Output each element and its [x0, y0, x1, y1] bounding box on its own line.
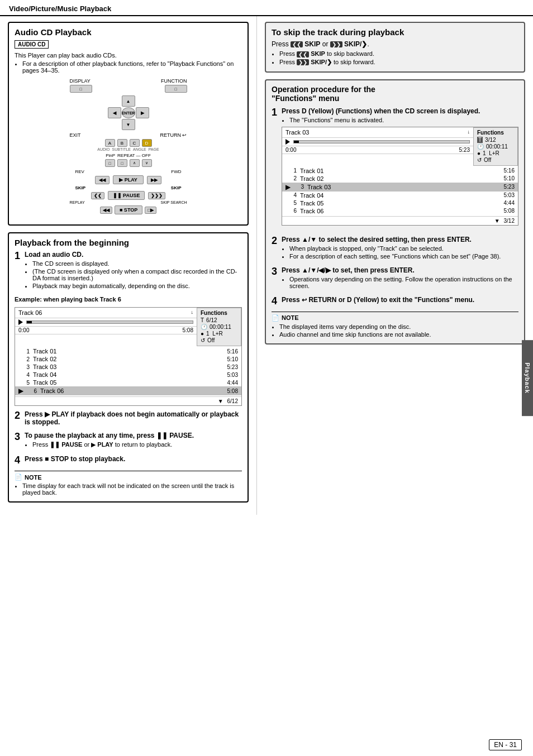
track-num-r2: 2	[285, 175, 297, 181]
display-btn: □	[70, 85, 92, 93]
track-num-6: 6	[26, 388, 37, 394]
step-4-content: Press ■ STOP to stop playback.	[25, 455, 242, 463]
track-num-5: 5	[18, 380, 30, 386]
track-row-r1: 1 Track 01 5:16	[282, 167, 518, 175]
progress-bar-right	[293, 140, 470, 143]
active-arrow: ▶	[18, 387, 23, 395]
note-box-left: 📄 NOTE Time display for each track will …	[15, 471, 242, 496]
note-doc-icon: 📄	[15, 473, 22, 481]
note-label-right: NOTE	[282, 314, 299, 321]
step-1-bullet-3: Playback may begin automatically, depend…	[32, 283, 242, 289]
track-name-r4: Track 04	[300, 192, 504, 199]
track-time-start: 0:00	[18, 327, 29, 333]
track-display-right: Track 03 ↓	[282, 127, 518, 226]
track-time-r1: 5:16	[504, 168, 515, 174]
btn-a: A	[105, 139, 115, 147]
fn-track-num: 6/12	[206, 317, 217, 323]
track-display-right-top: Track 03 ↓	[282, 127, 518, 166]
audio-cd-title: Audio CD Playback	[15, 27, 242, 37]
track-time-start-right: 0:00	[285, 147, 296, 153]
active-arrow-right: ▶	[285, 183, 291, 191]
note-box-right: 📄 NOTE The displayed items vary dependin…	[272, 312, 518, 338]
dpad: ▲ ◀ ENTER ▶ ▼	[108, 95, 149, 130]
step-1-bullet-1: The CD screen is displayed.	[32, 260, 242, 267]
functions-panel-right: Functions T 3/12 🕐 00:00:11	[473, 127, 518, 166]
track-time-r6: 5:08	[504, 208, 515, 214]
track-progress-right	[282, 138, 473, 146]
op-step-2-bullets: When playback is stopped, only "Track" c…	[289, 245, 518, 260]
step-3-bullet-1: Press ❚❚ PAUSE or ▶ PLAY to return to pl…	[32, 441, 242, 448]
track-time-5: 4:44	[227, 380, 238, 386]
track-icon-right: T	[477, 137, 483, 143]
fn-repeat-right: Off	[484, 157, 491, 163]
track-icon: T	[201, 317, 204, 323]
track-name-right: Track 03	[285, 129, 309, 136]
skip-search-btn: □▶	[145, 207, 156, 214]
track-name-r5: Track 05	[300, 200, 504, 207]
audio-cd-intro: This Player can play back audio CDs.	[15, 52, 242, 59]
fn-time-row: 🕐 00:00:11	[201, 324, 237, 330]
fn-track-row-right: T 3/12	[477, 137, 514, 143]
track-header: Track 06 ↓	[15, 308, 197, 318]
note-bullets-left: Time display for each track will not be …	[22, 482, 242, 496]
pause-btn: ❚❚ PAUSE	[108, 191, 145, 200]
op-step-3-bullets: Operations vary depending on the setting…	[289, 276, 518, 289]
track-name-3: Track 03	[33, 363, 227, 370]
skip-right-btn: ❯❯❯	[148, 192, 165, 199]
page-header: Video/Picture/Music Playback	[0, 0, 533, 16]
track-name: Track 06	[18, 309, 42, 316]
remote-top-row: DISPLAY FUNCTION	[70, 78, 187, 84]
track-time-6: 5:08	[227, 388, 238, 394]
fn-repeat-row-right: ↺ Off	[477, 157, 514, 163]
track-time-2: 5:10	[227, 356, 238, 362]
op-step-2-content: Press ▲/▼ to select the desired setting,…	[282, 236, 518, 261]
fwd-btn: ▶▶	[147, 176, 161, 184]
op-step-4-content: Press ↩ RETURN or D (Yellow) to exit the…	[282, 296, 518, 304]
track-name-2: Track 02	[33, 356, 227, 362]
track-time-r4: 5:03	[504, 192, 515, 198]
clock-icon: 🕐	[201, 324, 207, 330]
track-name-r3: Track 03	[307, 184, 504, 190]
exit-label: EXIT	[70, 132, 81, 138]
step-1-number: 1	[15, 251, 20, 261]
track-row-3: 3 Track 03 5:23	[15, 363, 241, 371]
note-title-right: 📄 NOTE	[272, 314, 518, 322]
fwd-label: FWD	[171, 169, 181, 174]
track-down-arrow-right: ↓	[468, 129, 470, 135]
step-1-bullets: The CD screen is displayed. (The CD scre…	[32, 260, 242, 289]
track-name-5: Track 05	[33, 379, 227, 386]
track-time-r5: 4:44	[504, 200, 515, 206]
track-num-r4: 4	[285, 192, 297, 198]
return-label: RETURN ↩	[160, 132, 187, 138]
track-progress	[15, 318, 197, 327]
track-row-6: ▶ 6 Track 06 5:08	[15, 386, 241, 395]
step-1-title: Load an audio CD.	[25, 251, 83, 259]
rev-btn: ◀◀	[95, 176, 110, 184]
arrow-down-btn: ∨	[142, 159, 152, 167]
track-name-4: Track 04	[33, 371, 227, 378]
step-4-title: Press ■ STOP to stop playback.	[25, 455, 125, 463]
fn-time-right: 00:00:11	[486, 143, 508, 150]
track-row-r2: 2 Track 02 5:10	[282, 175, 518, 183]
track-name-r6: Track 06	[300, 208, 504, 214]
note-bullets-right: The displayed items vary depending on th…	[279, 323, 518, 338]
op-step-4-block: 4 Press ↩ RETURN or D (Yellow) to exit t…	[272, 296, 518, 306]
progress-bar	[26, 320, 193, 324]
playback-beginning-section: Playback from the beginning 1 Load an au…	[8, 232, 249, 503]
arrow-up-btn: ∧	[130, 159, 140, 167]
step-3-content: To pause the playback at any time, press…	[25, 432, 242, 449]
track-num-2: 2	[18, 356, 30, 362]
fn-channel: 1 L+R	[206, 331, 223, 337]
op-step-1-block: 1 Press D (Yellow) (Functions) when the …	[272, 107, 518, 230]
audio-cd-bullets: For a description of other playback func…	[22, 60, 242, 74]
track-list-left: 1 Track 01 5:16 2 Track 02 5:10 3 Track …	[15, 346, 241, 396]
track-row-1: 1 Track 01 5:16	[15, 347, 241, 355]
fn-repeat: Off	[207, 337, 215, 343]
track-header-right: Track 03 ↓	[282, 127, 473, 138]
progress-fill	[27, 321, 32, 323]
channel-icon: ●	[201, 331, 204, 337]
play-btn: ▶ PLAY	[113, 175, 144, 184]
note-bullet-1: Time display for each track will not be …	[22, 482, 242, 496]
repeat-btn: □	[117, 159, 127, 167]
fn-track-row: T 6/12	[201, 317, 237, 323]
